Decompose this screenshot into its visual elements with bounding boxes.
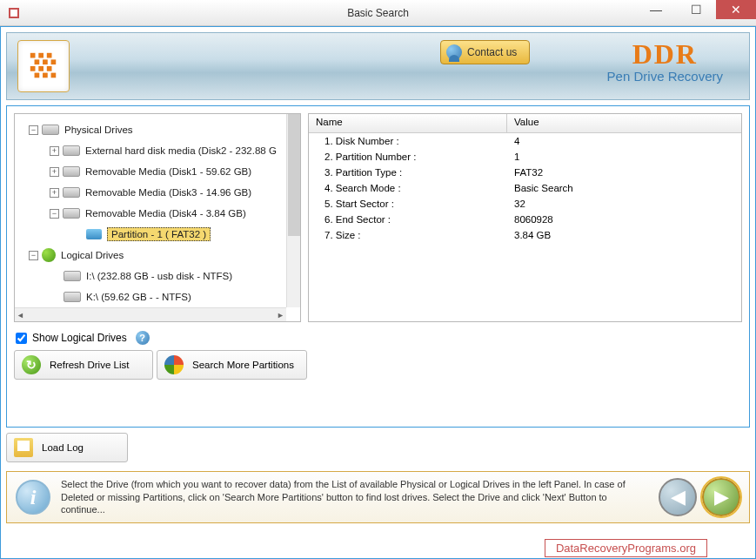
tree-row[interactable]: −Removable Media (Disk4 - 3.84 GB) — [18, 203, 297, 224]
refresh-label: Refresh Drive List — [50, 360, 129, 370]
svg-rect-14 — [51, 73, 57, 78]
arrow-right-icon: ▶ — [714, 486, 729, 508]
prop-value: 3.84 GB — [507, 230, 741, 240]
svg-rect-5 — [47, 53, 52, 58]
prop-name: 6. End Sector : — [309, 214, 507, 225]
titlebar: Basic Search — ☐ ✕ — [0, 0, 756, 26]
prop-name: 5. Start Sector : — [309, 199, 507, 209]
drive-icon — [63, 208, 80, 219]
prop-name: 3. Partition Type : — [309, 167, 507, 178]
contact-us-button[interactable]: Contact us — [440, 40, 530, 64]
maximize-button[interactable]: ☐ — [676, 0, 716, 19]
contact-label: Contact us — [467, 46, 517, 58]
logical-drives-icon — [42, 248, 56, 262]
svg-rect-9 — [30, 66, 36, 71]
property-row: 6. End Sector :8060928 — [309, 212, 741, 227]
window-title: Basic Search — [347, 7, 409, 19]
search-more-label: Search More Partitions — [192, 360, 294, 370]
property-row: 1. Disk Number :4 — [309, 133, 741, 149]
svg-rect-3 — [30, 53, 36, 58]
tree-row[interactable]: −Physical Drives — [18, 119, 297, 140]
expander-icon[interactable]: − — [50, 209, 59, 219]
hint-bar: i Select the Drive (from which you want … — [6, 471, 750, 523]
tree-hscrollbar[interactable]: ◄► — [15, 307, 286, 321]
property-header: Name Value — [309, 114, 741, 133]
drive-icon — [63, 145, 80, 156]
col-value-header[interactable]: Value — [507, 114, 741, 132]
drive-icon — [63, 187, 80, 198]
tree-row[interactable]: Partition - 1 ( FAT32 ) — [18, 224, 297, 245]
info-icon: i — [16, 480, 50, 515]
help-icon[interactable]: ? — [136, 331, 150, 345]
refresh-drive-list-button[interactable]: Refresh Drive List — [14, 350, 153, 380]
tree-label: I:\ (232.88 GB - usb disk - NTFS) — [86, 271, 232, 281]
tree-row[interactable]: K:\ (59.62 GB - - NTFS) — [18, 286, 297, 307]
svg-rect-8 — [51, 59, 57, 64]
person-icon — [446, 44, 462, 60]
svg-rect-12 — [35, 73, 40, 78]
close-button[interactable]: ✕ — [716, 0, 756, 19]
tree-label: External hard disk media (Disk2 - 232.88… — [85, 145, 277, 156]
next-button[interactable]: ▶ — [702, 478, 740, 516]
tree-row[interactable]: I:\ (232.88 GB - usb disk - NTFS) — [18, 266, 297, 286]
svg-rect-4 — [38, 53, 43, 58]
app-icon — [7, 6, 21, 20]
pie-icon — [164, 355, 184, 374]
hint-text: Select the Drive (from which you want to… — [61, 478, 648, 517]
prop-name: 1. Disk Number : — [309, 136, 507, 146]
tree-row[interactable]: −Logical Drives — [18, 245, 297, 266]
tree-label: Removable Media (Disk1 - 59.62 GB) — [85, 166, 251, 177]
svg-rect-10 — [38, 66, 43, 71]
tree-row[interactable]: +Removable Media (Disk1 - 59.62 GB) — [18, 161, 297, 182]
tree-row[interactable]: +Removable Media (Disk3 - 14.96 GB) — [18, 182, 297, 203]
expander-icon[interactable]: + — [50, 188, 59, 198]
drive-icon — [42, 125, 59, 135]
footer-link[interactable]: DataRecoveryPrograms.org — [545, 539, 707, 557]
main-frame: −Physical Drives+External hard disk medi… — [6, 105, 750, 428]
tree-label: K:\ (59.62 GB - - NTFS) — [86, 292, 191, 302]
show-logical-label: Show Logical Drives — [32, 332, 127, 344]
prop-value: FAT32 — [507, 167, 741, 178]
property-row: 4. Search Mode :Basic Search — [309, 180, 741, 196]
brand-subtitle: Pen Drive Recovery — [607, 69, 723, 84]
col-name-header[interactable]: Name — [309, 114, 507, 132]
search-more-partitions-button[interactable]: Search More Partitions — [157, 350, 307, 380]
tree-vscrollbar[interactable] — [286, 114, 300, 307]
tree-row[interactable]: +External hard disk media (Disk2 - 232.8… — [18, 140, 297, 161]
drive-icon — [64, 292, 81, 302]
property-row: 7. Size :3.84 GB — [309, 227, 741, 243]
load-log-button[interactable]: Load Log — [6, 433, 128, 462]
prev-button[interactable]: ◀ — [659, 478, 697, 516]
app-logo — [17, 40, 70, 92]
brand: DDR Pen Drive Recovery — [607, 38, 723, 84]
prop-value: 32 — [507, 199, 741, 209]
svg-rect-6 — [35, 59, 40, 64]
svg-rect-13 — [43, 73, 48, 78]
tree-label: Partition - 1 ( FAT32 ) — [107, 227, 211, 241]
show-logical-checkbox[interactable]: Show Logical Drives — [16, 332, 127, 344]
minimize-button[interactable]: — — [636, 0, 676, 19]
prop-value: 4 — [507, 136, 741, 146]
property-panel: Name Value 1. Disk Number :42. Partition… — [308, 113, 742, 322]
expander-icon[interactable]: − — [29, 125, 38, 135]
arrow-left-icon: ◀ — [671, 486, 686, 508]
refresh-icon — [22, 355, 41, 374]
svg-rect-7 — [43, 59, 48, 64]
expander-icon[interactable]: + — [50, 146, 59, 156]
property-row: 5. Start Sector :32 — [309, 196, 741, 212]
header-banner: Contact us DDR Pen Drive Recovery — [6, 32, 750, 100]
tree-label: Removable Media (Disk3 - 14.96 GB) — [85, 187, 251, 198]
svg-rect-1 — [10, 10, 17, 17]
tree-label: Removable Media (Disk4 - 3.84 GB) — [85, 208, 246, 219]
prop-value: Basic Search — [507, 183, 741, 193]
load-log-label: Load Log — [42, 442, 84, 453]
prop-name: 2. Partition Number : — [309, 152, 507, 162]
drive-tree-panel: −Physical Drives+External hard disk medi… — [14, 113, 301, 322]
tree-label: Physical Drives — [64, 125, 133, 135]
show-logical-input[interactable] — [16, 333, 27, 344]
expander-icon[interactable]: + — [50, 167, 59, 177]
prop-name: 7. Size : — [309, 230, 507, 240]
expander-icon[interactable]: − — [29, 251, 38, 260]
prop-value: 8060928 — [507, 214, 741, 225]
partition-icon — [86, 229, 102, 239]
